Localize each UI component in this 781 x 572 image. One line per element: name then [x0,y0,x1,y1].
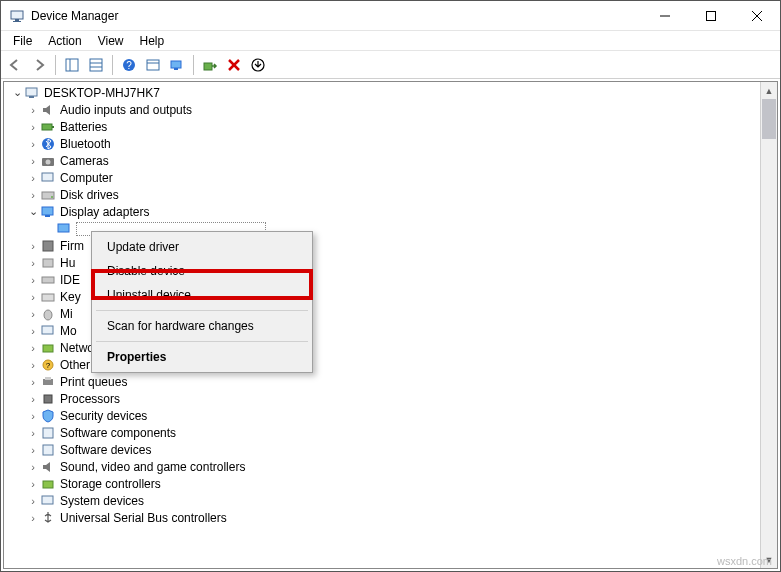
scroll-thumb[interactable] [762,99,776,139]
forward-button[interactable] [27,53,51,77]
tree-item-system[interactable]: System devices [4,492,760,509]
chevron-right-icon[interactable] [26,307,40,321]
chevron-right-icon[interactable] [26,256,40,270]
chevron-down-icon[interactable] [26,205,40,219]
cpu-icon [40,391,56,407]
chevron-right-icon[interactable] [26,375,40,389]
toolbar-separator [193,55,194,75]
close-button[interactable] [734,1,780,31]
tree-item-print[interactable]: Print queues [4,373,760,390]
svg-rect-23 [29,96,34,98]
disable-button[interactable] [222,53,246,77]
scroll-up-icon[interactable]: ▲ [761,82,777,99]
menu-help[interactable]: Help [132,32,173,50]
chevron-right-icon[interactable] [26,290,40,304]
disk-icon [40,187,56,203]
scan-hardware-button[interactable] [165,53,189,77]
properties-button[interactable] [84,53,108,77]
tree-item-audio[interactable]: Audio inputs and outputs [4,101,760,118]
context-menu: Update driver Disable device Uninstall d… [91,231,313,373]
tree-item-storage[interactable]: Storage controllers [4,475,760,492]
storage-icon [40,476,56,492]
chevron-right-icon[interactable] [26,137,40,151]
toolbar-separator [55,55,56,75]
tree-root[interactable]: DESKTOP-MHJ7HK7 [4,84,760,101]
tree-root-label: DESKTOP-MHJ7HK7 [44,86,160,100]
tree-item-swdev[interactable]: Software devices [4,441,760,458]
back-button[interactable] [3,53,27,77]
svg-rect-22 [26,88,37,96]
monitor-icon [40,323,56,339]
tree-item-computer[interactable]: Computer [4,169,760,186]
tree-item-swcomp[interactable]: Software components [4,424,760,441]
tree-item-cameras[interactable]: Cameras [4,152,760,169]
enable-button[interactable] [198,53,222,77]
action-button[interactable] [141,53,165,77]
tree-item-bluetooth[interactable]: Bluetooth [4,135,760,152]
chevron-right-icon[interactable] [26,171,40,185]
cm-scan-hardware[interactable]: Scan for hardware changes [95,314,309,338]
svg-point-39 [44,310,52,320]
menu-separator [96,310,308,311]
minimize-button[interactable] [642,1,688,31]
svg-rect-9 [90,59,102,71]
chevron-right-icon[interactable] [26,120,40,134]
chevron-right-icon[interactable] [26,341,40,355]
svg-text:?: ? [126,60,132,71]
cm-update-driver[interactable]: Update driver [95,235,309,259]
menu-action[interactable]: Action [40,32,89,50]
chevron-right-icon[interactable] [26,477,40,491]
chevron-right-icon[interactable] [26,460,40,474]
chevron-down-icon[interactable] [10,86,24,100]
display-icon [56,221,72,237]
shield-icon [40,408,56,424]
other-icon: ? [40,357,56,373]
chevron-right-icon[interactable] [26,103,40,117]
menu-separator [96,341,308,342]
tree-item-processors[interactable]: Processors [4,390,760,407]
chevron-right-icon[interactable] [26,426,40,440]

tree-item-security[interactable]: Security devices [4,407,760,424]
tree-item-display[interactable]: Display adapters [4,203,760,220]
svg-rect-38 [42,294,54,301]
uninstall-button[interactable] [246,53,270,77]
chevron-right-icon[interactable] [26,358,40,372]
tree-item-batteries[interactable]: Batteries [4,118,760,135]
show-hide-button[interactable] [60,53,84,77]
software-icon [40,442,56,458]
cm-disable-device[interactable]: Disable device [95,259,309,283]
toolbar: ? [1,51,780,79]
tree-item-sound[interactable]: Sound, video and game controllers [4,458,760,475]
chevron-right-icon[interactable] [26,154,40,168]
svg-rect-35 [43,241,53,251]
svg-rect-17 [174,68,178,70]
menu-view[interactable]: View [90,32,132,50]
cm-uninstall-device[interactable]: Uninstall device [95,283,309,307]
maximize-button[interactable] [688,1,734,31]
tree-item-disk[interactable]: Disk drives [4,186,760,203]
chevron-right-icon[interactable] [26,239,40,253]
menubar: File Action View Help [1,31,780,51]
chevron-right-icon[interactable] [26,494,40,508]
computer-icon [24,85,40,101]
chevron-right-icon[interactable] [26,273,40,287]
camera-icon [40,153,56,169]
mouse-icon [40,306,56,322]
help-button[interactable]: ? [117,53,141,77]
chevron-right-icon[interactable] [26,409,40,423]
keyboard-icon [40,289,56,305]
svg-rect-49 [43,481,53,488]
svg-rect-33 [45,215,50,217]
cm-properties[interactable]: Properties [95,345,309,369]
tree-item-usb[interactable]: Universal Serial Bus controllers [4,509,760,526]
battery-icon [40,119,56,135]
chevron-right-icon[interactable] [26,324,40,338]
vertical-scrollbar[interactable]: ▲ ▼ [760,82,777,568]
menu-file[interactable]: File [5,32,40,50]
printer-icon [40,374,56,390]
chevron-right-icon[interactable] [26,511,40,525]
chevron-right-icon[interactable] [26,188,40,202]
chevron-right-icon[interactable] [26,392,40,406]
chevron-right-icon[interactable] [26,443,40,457]
svg-rect-50 [42,496,53,504]
